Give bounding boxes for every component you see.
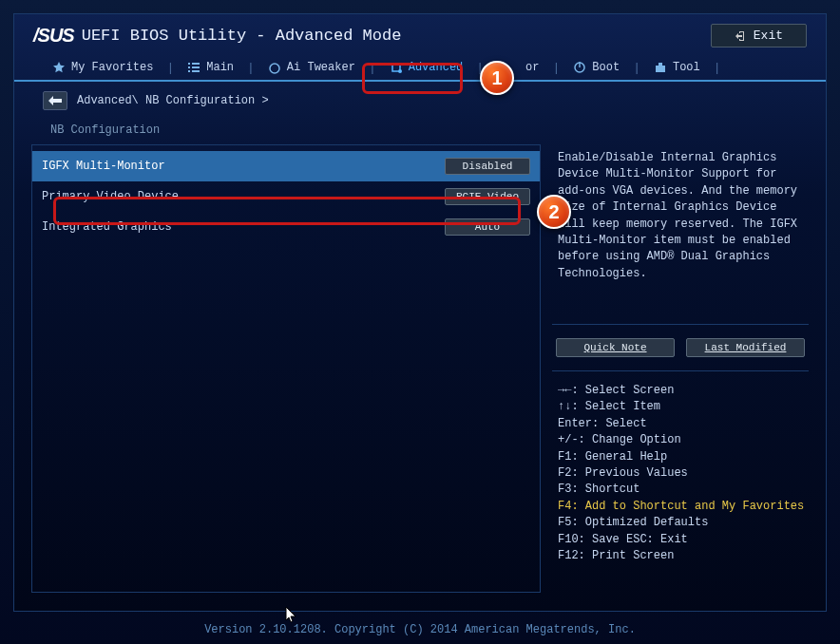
page-title: UEFI BIOS Utility - Advanced Mode xyxy=(82,27,402,45)
hotkey-line: Enter: Select xyxy=(558,416,803,432)
sidebar-buttons: Quick Note Last Modified xyxy=(552,325,809,371)
setting-label: Integrated Graphics xyxy=(42,220,445,234)
hotkey-line: F2: Previous Values xyxy=(558,465,803,482)
setting-primary-video-device[interactable]: Primary Video Device PCIE Video xyxy=(32,181,540,212)
tab-boot[interactable]: Boot xyxy=(563,55,629,80)
svg-rect-5 xyxy=(192,70,200,72)
annotation-callout-2: 2 xyxy=(537,195,571,229)
exit-icon xyxy=(735,30,746,42)
tab-advanced[interactable]: Advanced xyxy=(380,55,473,80)
hotkey-line: +/-: Change Option xyxy=(558,432,803,448)
tab-separator: | xyxy=(365,61,380,75)
tab-label: My Favorites xyxy=(71,61,153,74)
quick-note-button[interactable]: Quick Note xyxy=(556,338,675,357)
tab-label: Advanced xyxy=(409,61,464,74)
bios-window: /SUS UEFI BIOS Utility - Advanced Mode E… xyxy=(13,13,827,612)
help-text: Enable/Disable Internal Graphics Device … xyxy=(552,144,809,325)
setting-value[interactable]: Auto xyxy=(445,218,530,236)
tab-bar: My Favorites | Main | Ai Tweaker | Advan… xyxy=(14,53,826,82)
toolbox-icon xyxy=(654,61,667,74)
svg-rect-2 xyxy=(188,66,190,68)
setting-value[interactable]: Disabled xyxy=(445,158,530,175)
tab-separator: | xyxy=(243,61,258,75)
exit-label: Exit xyxy=(754,28,783,43)
hotkey-line: F1: General Help xyxy=(558,449,803,465)
hotkey-line: F3: Shortcut xyxy=(558,482,803,498)
tab-label: Main xyxy=(206,61,234,74)
hotkey-line: →←: Select Screen xyxy=(558,383,803,399)
hotkey-line: F12: Print Screen xyxy=(558,548,803,564)
back-arrow-icon xyxy=(48,96,62,105)
svg-rect-11 xyxy=(656,66,665,72)
setting-integrated-graphics[interactable]: Integrated Graphics Auto xyxy=(32,212,540,242)
tab-separator: | xyxy=(629,61,644,75)
hotkey-line: ↑↓: Select Item xyxy=(558,399,803,415)
tab-label: Boot xyxy=(592,61,620,74)
help-pane: Enable/Disable Internal Graphics Device … xyxy=(552,144,809,593)
hotkey-line: F10: Save ESC: Exit xyxy=(558,532,803,548)
tab-separator: | xyxy=(710,61,725,75)
breadcrumb-row: Advanced\ NB Configuration > xyxy=(14,82,826,116)
svg-rect-4 xyxy=(188,70,190,72)
setting-igfx-multi-monitor[interactable]: IGFX Multi-Monitor Disabled xyxy=(32,151,540,181)
tab-label: Ai Tweaker xyxy=(287,61,355,74)
tab-my-favorites[interactable]: My Favorites xyxy=(43,55,162,80)
tab-label-partial: or xyxy=(525,61,539,74)
hotkey-line-f4: F4: Add to Shortcut and My Favorites xyxy=(558,499,803,515)
tab-separator: | xyxy=(549,61,564,75)
breadcrumb: Advanced\ NB Configuration > xyxy=(77,94,269,107)
setting-label: Primary Video Device xyxy=(42,190,445,203)
tab-tool[interactable]: Tool xyxy=(644,55,710,80)
hotkeys-legend: →←: Select Screen ↑↓: Select Item Enter:… xyxy=(552,371,809,576)
hotkey-line: F5: Optimized Defaults xyxy=(558,515,803,531)
footer-copyright: Version 2.10.1208. Copyright (C) 2014 Am… xyxy=(0,623,840,636)
header-bar: /SUS UEFI BIOS Utility - Advanced Mode E… xyxy=(14,14,826,53)
svg-point-8 xyxy=(398,69,402,73)
svg-rect-1 xyxy=(192,63,200,65)
setting-label: IGFX Multi-Monitor xyxy=(42,160,445,173)
svg-rect-12 xyxy=(659,63,662,66)
asus-logo: /SUS xyxy=(33,25,74,47)
star-icon xyxy=(52,61,66,74)
list-icon xyxy=(187,61,200,74)
tab-label: Tool xyxy=(673,61,700,74)
back-button[interactable] xyxy=(43,91,67,110)
exit-button[interactable]: Exit xyxy=(711,24,807,47)
setting-value[interactable]: PCIE Video xyxy=(445,188,530,205)
tab-main[interactable]: Main xyxy=(178,55,243,80)
tab-ai-tweaker[interactable]: Ai Tweaker xyxy=(258,55,365,80)
tab-separator: | xyxy=(162,61,178,75)
chip-icon xyxy=(390,61,403,74)
content-area: IGFX Multi-Monitor Disabled Primary Vide… xyxy=(14,144,826,610)
annotation-callout-1: 1 xyxy=(480,61,514,95)
settings-pane: IGFX Multi-Monitor Disabled Primary Vide… xyxy=(31,144,541,593)
section-title: NB Configuration xyxy=(14,116,826,144)
gauge-icon xyxy=(268,61,281,74)
svg-rect-3 xyxy=(192,66,200,68)
last-modified-button[interactable]: Last Modified xyxy=(686,338,805,357)
power-icon xyxy=(573,61,586,74)
svg-rect-0 xyxy=(188,63,190,65)
svg-rect-10 xyxy=(580,62,581,67)
